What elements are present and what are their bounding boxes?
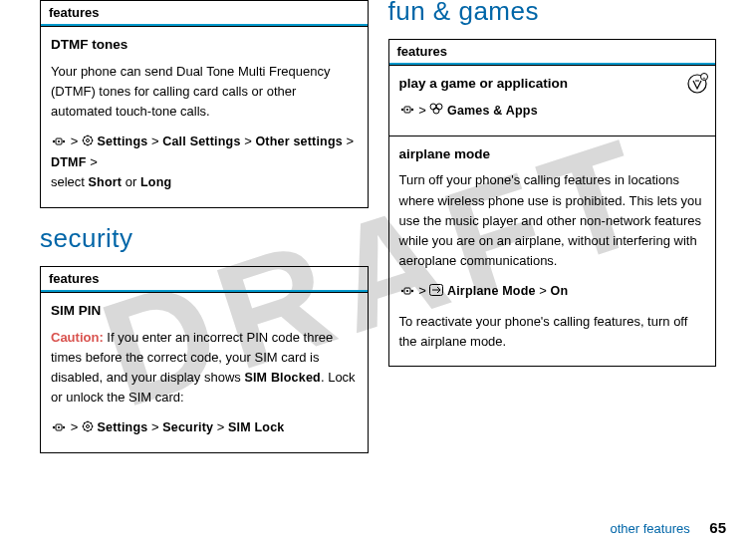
svg-point-35 <box>430 104 436 110</box>
footer-page-number: 65 <box>709 519 726 536</box>
gt: > <box>90 154 98 169</box>
path-dtmf: DTMF <box>51 155 87 169</box>
svg-point-37 <box>433 108 439 114</box>
path-settings: Settings <box>97 420 147 434</box>
airplane-title: airplane mode <box>399 144 706 165</box>
opt-short: Short <box>89 175 123 189</box>
sim-feature-box: features SIM PIN Caution: If you enter a… <box>40 266 369 453</box>
game-title: play a game or application <box>399 74 706 95</box>
fun-feature-box: features + play a game or application > … <box>388 39 717 367</box>
left-column: features DTMF tones Your phone can send … <box>30 0 378 468</box>
path-other-settings: Other settings <box>255 135 343 148</box>
svg-line-12 <box>84 143 85 144</box>
gt: > <box>244 134 252 148</box>
svg-line-24 <box>84 422 85 423</box>
game-path: > Games & Apps <box>399 101 706 122</box>
svg-line-13 <box>91 136 92 137</box>
gt: > <box>151 134 159 148</box>
svg-line-11 <box>91 143 92 144</box>
gt: > <box>71 134 79 148</box>
svg-point-19 <box>86 424 89 427</box>
gt: > <box>217 419 225 434</box>
svg-text:+: + <box>703 75 706 81</box>
gt: > <box>418 283 426 298</box>
sim-caution: Caution: If you enter an incorrect PIN c… <box>51 328 358 408</box>
svg-point-16 <box>58 426 60 428</box>
content-columns: features DTMF tones Your phone can send … <box>0 0 756 468</box>
features-header: features <box>389 40 716 65</box>
svg-point-2 <box>58 140 60 142</box>
gear-icon <box>82 133 94 152</box>
path-on: On <box>551 284 569 298</box>
svg-point-36 <box>436 104 442 110</box>
game-cell: + play a game or application > Games & A… <box>389 65 716 136</box>
svg-point-34 <box>410 109 412 111</box>
or-text: or <box>122 174 140 189</box>
operator-badge-icon: + <box>685 72 709 102</box>
center-key-icon <box>399 282 415 302</box>
sim-cell: SIM PIN Caution: If you enter an incorre… <box>41 292 368 452</box>
footer-section: other features <box>610 521 689 536</box>
airplane-icon <box>429 282 443 302</box>
svg-line-26 <box>84 429 85 430</box>
caution-label: Caution: <box>51 330 104 345</box>
path-settings: Settings <box>97 135 147 148</box>
features-header: features <box>41 267 368 292</box>
dtmf-title: DTMF tones <box>51 35 358 56</box>
sim-title: SIM PIN <box>51 301 358 322</box>
games-icon <box>429 101 443 121</box>
dtmf-feature-box: features DTMF tones Your phone can send … <box>40 0 369 208</box>
dtmf-body: Your phone can send Dual Tone Multi Freq… <box>51 62 358 122</box>
svg-point-41 <box>410 289 412 291</box>
sim-blocked: SIM Blocked <box>244 371 321 385</box>
svg-point-5 <box>86 138 89 141</box>
svg-point-17 <box>63 426 65 428</box>
path-games: Games & Apps <box>447 104 538 118</box>
dtmf-cell: DTMF tones Your phone can send Dual Tone… <box>41 26 368 207</box>
svg-point-33 <box>405 109 407 111</box>
right-column: fun & games features + play a game or ap… <box>378 0 727 468</box>
dtmf-path: > Settings > Call Settings > Other setti… <box>51 132 358 192</box>
svg-point-0 <box>53 140 55 142</box>
features-header: features <box>41 1 368 26</box>
svg-line-27 <box>91 422 92 423</box>
fun-heading: fun & games <box>388 0 717 27</box>
select-prefix: select <box>51 174 89 189</box>
center-key-icon <box>399 101 415 121</box>
svg-point-38 <box>400 289 402 291</box>
path-security: Security <box>162 420 213 434</box>
gt: > <box>539 283 547 298</box>
gt: > <box>71 419 79 434</box>
gear-icon <box>82 418 94 438</box>
sim-path: > Settings > Security > SIM Lock <box>51 417 358 438</box>
airplane-tail: To reactivate your phone's calling featu… <box>399 312 706 352</box>
svg-line-10 <box>84 136 85 137</box>
path-airplane: Airplane Mode <box>447 284 536 298</box>
path-simlock: SIM Lock <box>228 420 284 434</box>
svg-line-25 <box>91 429 92 430</box>
gt: > <box>418 103 426 118</box>
airplane-cell: airplane mode Turn off your phone's call… <box>389 136 716 367</box>
opt-long: Long <box>140 175 171 189</box>
security-heading: security <box>40 223 369 254</box>
path-call-settings: Call Settings <box>162 135 240 148</box>
svg-point-3 <box>63 140 65 142</box>
gt: > <box>151 419 159 434</box>
center-key-icon <box>51 133 67 152</box>
airplane-path: > Airplane Mode > On <box>399 281 706 302</box>
gt: > <box>347 134 355 148</box>
svg-point-14 <box>53 426 55 428</box>
svg-point-31 <box>400 109 402 111</box>
page-footer: other features 65 <box>610 519 726 536</box>
airplane-body: Turn off your phone's calling features i… <box>399 170 706 271</box>
svg-point-40 <box>405 290 407 292</box>
center-key-icon <box>51 418 67 438</box>
